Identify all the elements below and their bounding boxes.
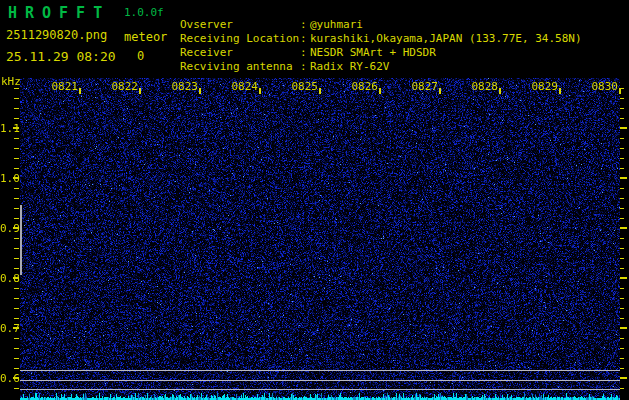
time-tick-label: 0823 — [168, 80, 198, 93]
axis-tick — [620, 268, 624, 269]
axis-tick — [620, 88, 624, 89]
spectrogram-waterfall — [20, 78, 620, 400]
axis-tick — [379, 88, 381, 94]
axis-tick — [79, 88, 81, 94]
axis-tick — [620, 177, 627, 179]
freq-tick-label: 0.8 — [0, 272, 13, 285]
axis-tick — [14, 288, 19, 289]
axis-tick — [14, 238, 19, 239]
observation-datetime: 25.11.29 08:20 — [6, 49, 116, 64]
axis-tick — [14, 168, 19, 169]
axis-tick — [14, 248, 19, 249]
time-tick-label: 0822 — [108, 80, 138, 93]
axis-tick — [620, 127, 627, 129]
axis-tick — [620, 348, 624, 349]
axis-tick — [14, 108, 19, 109]
axis-tick — [439, 88, 441, 94]
time-tick-label: 0829 — [528, 80, 558, 93]
axis-tick — [499, 88, 501, 94]
axis-tick — [620, 377, 627, 379]
axis-tick — [139, 88, 141, 94]
axis-tick — [620, 338, 624, 339]
axis-tick — [620, 327, 627, 329]
axis-tick — [620, 218, 624, 219]
y-axis-unit-label: kHz — [1, 75, 21, 88]
axis-tick — [620, 288, 624, 289]
axis-tick — [620, 277, 627, 279]
axis-tick — [620, 318, 624, 319]
info-row-antenna: Recviving antenna:Radix RY-62V — [180, 47, 207, 60]
axis-tick — [14, 298, 19, 299]
long-echo-marker-line — [20, 205, 22, 275]
axis-tick — [620, 118, 624, 119]
info-value: NESDR SMArt + HDSDR — [310, 46, 436, 59]
axis-tick — [620, 158, 624, 159]
freq-tick-label: 1.0 — [0, 172, 13, 185]
info-separator: : — [300, 46, 307, 59]
axis-tick — [620, 138, 624, 139]
info-row-location: Receiving Location:kurashiki,Okayama,JAP… — [180, 19, 207, 32]
info-label: Recviving antenna — [180, 60, 300, 73]
axis-tick — [620, 108, 624, 109]
time-tick-label: 0827 — [408, 80, 438, 93]
axis-tick — [14, 98, 19, 99]
info-value: kurashiki,Okayama,JAPAN (133.77E, 34.58N… — [310, 32, 582, 45]
info-value: Radix RY-62V — [310, 60, 389, 73]
meteor-count-value: 0 — [137, 49, 144, 63]
output-filename: 2511290820.png — [6, 28, 107, 42]
axis-tick — [620, 208, 624, 209]
axis-tick — [620, 298, 624, 299]
version-label: 1.0.0f — [124, 6, 164, 19]
axis-tick — [14, 88, 19, 89]
axis-tick — [620, 248, 624, 249]
info-row-receiver: Receiver:NESDR SMArt + HDSDR — [180, 33, 207, 46]
axis-tick — [14, 158, 19, 159]
time-tick-label: 0821 — [48, 80, 78, 93]
axis-tick — [620, 188, 624, 189]
info-separator: : — [300, 60, 307, 73]
info-separator: : — [300, 18, 307, 31]
axis-tick — [14, 338, 19, 339]
axis-tick — [620, 258, 624, 259]
axis-tick — [14, 318, 19, 319]
axis-tick — [14, 268, 19, 269]
info-value: @yuhmari — [310, 18, 363, 31]
axis-tick — [14, 208, 19, 209]
axis-tick — [319, 88, 321, 94]
axis-tick — [620, 238, 624, 239]
axis-tick — [559, 88, 561, 94]
axis-tick — [14, 148, 19, 149]
axis-tick — [259, 88, 261, 94]
info-row-observer: Ovserver:@yuhmari — [180, 5, 207, 18]
axis-tick — [14, 218, 19, 219]
hrofft-window: HROFFT 1.0.0f 2511290820.png meteor 25.1… — [0, 0, 629, 400]
time-tick-label: 0826 — [348, 80, 378, 93]
time-tick-label: 0825 — [288, 80, 318, 93]
freq-tick-label: 0.6 — [0, 372, 13, 385]
axis-tick — [620, 388, 624, 389]
freq-tick-label: 0.9 — [0, 222, 13, 235]
axis-tick — [620, 358, 624, 359]
axis-tick — [14, 358, 19, 359]
axis-tick — [620, 308, 624, 309]
time-tick-label: 0830 — [588, 80, 618, 93]
axis-tick — [199, 88, 201, 94]
axis-tick — [14, 188, 19, 189]
axis-tick — [620, 148, 624, 149]
axis-tick — [14, 368, 19, 369]
axis-tick — [14, 388, 19, 389]
axis-tick — [14, 118, 19, 119]
time-tick-label: 0824 — [228, 80, 258, 93]
axis-tick — [620, 227, 627, 229]
meteor-count-label: meteor — [124, 30, 167, 44]
axis-tick — [14, 198, 19, 199]
axis-tick — [620, 98, 624, 99]
axis-tick — [620, 198, 624, 199]
info-separator: : — [300, 32, 307, 45]
axis-tick — [14, 258, 19, 259]
app-title: HROFFT — [8, 4, 110, 22]
freq-tick-label: 0.7 — [0, 322, 13, 335]
time-tick-label: 0828 — [468, 80, 498, 93]
axis-tick — [14, 348, 19, 349]
axis-tick — [620, 168, 624, 169]
